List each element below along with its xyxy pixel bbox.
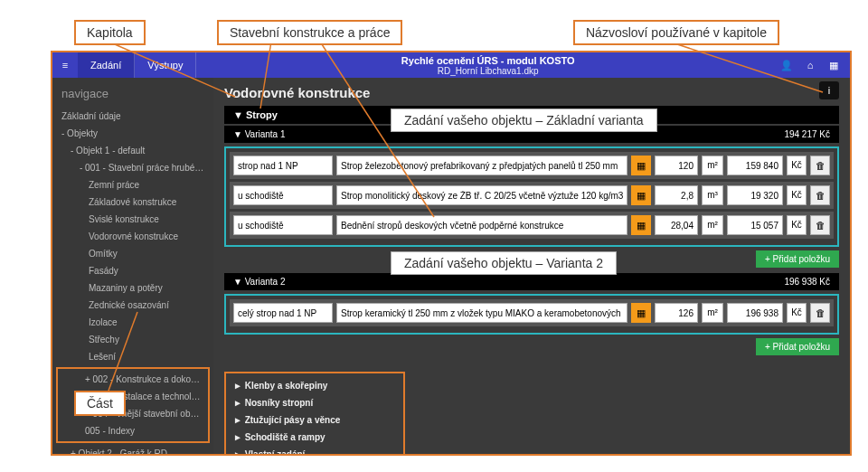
grid-icon[interactable]: ▦: [826, 60, 841, 71]
tab-vystupy[interactable]: Výstupy: [135, 52, 196, 78]
variant2-block: ▦m²Kč🗑: [224, 294, 839, 335]
annotation-kapitola: Kapitola: [74, 20, 146, 45]
item-currency: Kč: [787, 303, 807, 323]
sidebar-item[interactable]: Základové konstrukce: [52, 194, 213, 211]
delete-button[interactable]: 🗑: [810, 303, 830, 323]
item-name-input[interactable]: [233, 303, 333, 323]
item-desc-input[interactable]: [336, 215, 627, 235]
picker-button[interactable]: ▦: [631, 156, 651, 175]
sidebar-item[interactable]: Zemní práce: [52, 176, 213, 194]
item-unit: m²: [702, 156, 723, 175]
variant2-label: ▼ Varianta 2: [233, 277, 286, 287]
label-zadani-varianta1: Zadání vašeho objektu – Základní variant…: [391, 109, 657, 132]
sidebar-item[interactable]: Základní údaje: [52, 108, 213, 125]
sidebar-item[interactable]: Mazaniny a potěry: [52, 279, 213, 297]
sidebar-item[interactable]: Omítky: [52, 245, 213, 262]
annotation-konstrukce: Stavební konstrukce a práce: [217, 20, 402, 45]
delete-button[interactable]: 🗑: [810, 215, 830, 235]
picker-button[interactable]: ▦: [631, 185, 651, 205]
annotation-nazvoslovi: Názvosloví používané v kapitole: [573, 20, 779, 45]
sidebar-item[interactable]: Lešení: [52, 348, 213, 365]
item-row: ▦m²Kč🗑: [230, 299, 834, 326]
sidebar-item[interactable]: + Objekt 2 - Garáž k RD: [52, 445, 213, 454]
sidebar-item[interactable]: Vodorovné konstrukce: [52, 228, 213, 245]
app-title-main: Rychlé ocenění ÚRS - modul KOSTO: [196, 55, 779, 66]
sidebar-title: navigace: [52, 83, 213, 108]
sidebar-item[interactable]: - Objekty: [52, 125, 213, 142]
item-price-input[interactable]: [727, 215, 783, 235]
item-name-input[interactable]: [233, 185, 333, 205]
delete-button[interactable]: 🗑: [810, 185, 830, 205]
sidebar-item[interactable]: 005 - Indexy: [58, 422, 208, 439]
item-desc-input[interactable]: [336, 156, 627, 175]
sidebar-item[interactable]: + 002 - Konstrukce a dokončov...: [58, 371, 208, 388]
subsection-item[interactable]: ► Nosníky stropní: [228, 394, 401, 411]
sidebar-item[interactable]: Fasády: [52, 262, 213, 279]
item-unit: m³: [702, 185, 723, 205]
item-desc-input[interactable]: [336, 185, 627, 205]
item-row: ▦m²Kč🗑: [230, 212, 834, 239]
subsections-box: ► Klenby a skořepiny► Nosníky stropní► Z…: [224, 372, 405, 454]
item-unit: m²: [702, 303, 723, 323]
sidebar-item[interactable]: Zednické osazování: [52, 297, 213, 314]
add-item-button-v1[interactable]: + Přidat položku: [756, 250, 839, 268]
info-button[interactable]: i: [819, 81, 839, 99]
item-qty-input[interactable]: [655, 215, 698, 235]
item-price-input[interactable]: [727, 185, 783, 205]
item-currency: Kč: [787, 185, 807, 205]
variant2-header[interactable]: ▼ Varianta 2 196 938 Kč: [224, 273, 839, 290]
item-qty-input[interactable]: [655, 303, 698, 323]
user-icon[interactable]: 👤: [779, 60, 794, 71]
item-currency: Kč: [787, 156, 807, 175]
header-right-icons: 👤 ⌂ ▦: [779, 60, 850, 71]
label-zadani-varianta2: Zadání vašeho objektu – Varianta 2: [391, 251, 617, 275]
hamburger-icon[interactable]: ≡: [52, 60, 78, 71]
sidebar-item[interactable]: Svislé konstrukce: [52, 211, 213, 228]
tab-zadani[interactable]: Zadání: [78, 52, 135, 78]
home-icon[interactable]: ⌂: [803, 60, 817, 71]
app-header: ≡ Zadání Výstupy Rychlé ocenění ÚRS - mo…: [52, 52, 850, 78]
item-price-input[interactable]: [727, 303, 783, 323]
item-name-input[interactable]: [233, 215, 333, 235]
item-row: ▦m³Kč🗑: [230, 182, 834, 209]
variant1-label: ▼ Varianta 1: [233, 129, 286, 139]
app-title-sub: RD_Horní Libchava1.dkp: [196, 66, 779, 76]
subsection-item[interactable]: ► Schodiště a rampy: [228, 429, 401, 446]
picker-button[interactable]: ▦: [631, 303, 651, 323]
variant2-total: 196 938 Kč: [784, 277, 830, 287]
item-currency: Kč: [787, 215, 807, 235]
item-unit: m²: [702, 215, 723, 235]
sidebar-item[interactable]: - Objekt 1 - default: [52, 142, 213, 159]
add-item-button-v2[interactable]: + Přidat položku: [756, 338, 839, 355]
item-qty-input[interactable]: [655, 185, 698, 205]
item-row: ▦m²Kč🗑: [230, 152, 834, 179]
sidebar-item[interactable]: Střechy: [52, 331, 213, 348]
item-price-input[interactable]: [727, 156, 783, 175]
sidebar-item[interactable]: - 001 - Stavební práce hrubé s...: [52, 159, 213, 176]
page-title: Vodorovné konstrukce: [224, 85, 839, 100]
item-desc-input[interactable]: [336, 303, 627, 323]
item-name-input[interactable]: [233, 156, 333, 175]
sidebar-item[interactable]: Izolace: [52, 314, 213, 331]
subsection-item[interactable]: ► Vlastní zadání: [228, 446, 401, 454]
subsection-item[interactable]: ► Klenby a skořepiny: [228, 377, 401, 394]
delete-button[interactable]: 🗑: [810, 156, 830, 175]
variant1-total: 194 217 Kč: [784, 129, 830, 139]
app-tabs: Zadání Výstupy: [78, 52, 196, 78]
annotation-cast: Část: [74, 391, 126, 416]
app-title: Rychlé ocenění ÚRS - modul KOSTO RD_Horn…: [196, 55, 779, 76]
item-qty-input[interactable]: [655, 156, 698, 175]
picker-button[interactable]: ▦: [631, 215, 651, 235]
subsection-item[interactable]: ► Ztužující pásy a věnce: [228, 411, 401, 429]
variant1-block: ▦m²Kč🗑▦m³Kč🗑▦m²Kč🗑: [224, 146, 839, 247]
